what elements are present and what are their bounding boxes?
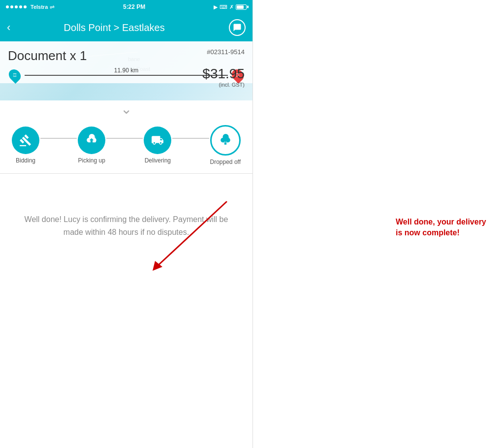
chevron-row: ⌄ bbox=[0, 102, 252, 116]
step-label-picking-up: Picking up bbox=[78, 157, 105, 164]
signal-dot-2 bbox=[10, 5, 13, 8]
step-circle-picking-up bbox=[78, 127, 105, 154]
connector-3 bbox=[172, 138, 209, 139]
completion-message: Well done! Lucy is confirming the delive… bbox=[0, 174, 252, 238]
step-picking-up: Picking up bbox=[78, 127, 105, 164]
price-amount: $31.95 bbox=[202, 66, 245, 82]
signal-dot-3 bbox=[15, 5, 18, 8]
steps-section: Bidding Picking up bbox=[0, 116, 252, 173]
battery-fill bbox=[237, 5, 244, 9]
box-upload-icon bbox=[85, 134, 98, 147]
box-download-icon bbox=[219, 134, 232, 147]
annotation-bubble: Well done, your delivery is now complete… bbox=[396, 217, 494, 239]
signal-dot-1 bbox=[6, 5, 9, 8]
main-content: Well done! Lucy is confirming the delive… bbox=[0, 174, 252, 238]
step-label-dropped-off: Dropped off bbox=[210, 159, 241, 165]
back-button[interactable]: ‹ bbox=[7, 21, 10, 34]
step-label-delivering: Delivering bbox=[145, 157, 171, 164]
chat-button[interactable] bbox=[229, 19, 246, 36]
carrier-label: Telstra bbox=[31, 4, 48, 10]
signal-dots bbox=[6, 5, 27, 8]
step-label-bidding: Bidding bbox=[16, 157, 35, 164]
map-area: bane Gold Coast Document x 1 #02311-9514… bbox=[0, 41, 252, 100]
status-left: Telstra ⇌ bbox=[6, 3, 55, 10]
battery-icon bbox=[236, 4, 247, 10]
price-gst: (incl. GST) bbox=[202, 82, 245, 88]
truck-icon bbox=[151, 134, 164, 147]
distance-line: 11.90 km bbox=[25, 75, 228, 76]
step-circle-dropped-off bbox=[210, 125, 241, 156]
pickup-pin bbox=[8, 67, 22, 83]
distance-label: 11.90 km bbox=[114, 67, 138, 74]
signal-dot-4 bbox=[19, 5, 22, 8]
price-area: $31.95 (incl. GST) bbox=[202, 66, 245, 88]
step-dropped-off: Dropped off bbox=[210, 125, 241, 165]
phone-frame: Telstra ⇌ 5:22 PM ▶ ⌨ ✗ ‹ Dolls Point > … bbox=[0, 0, 253, 448]
steps-row: Bidding Picking up bbox=[0, 125, 252, 165]
step-bidding: Bidding bbox=[12, 127, 39, 164]
chevron-down-icon: ⌄ bbox=[121, 102, 132, 116]
bluetooth-icon: ✗ bbox=[229, 4, 234, 10]
step-delivering: Delivering bbox=[144, 127, 171, 164]
annotation-text: Well done, your delivery is now complete… bbox=[396, 218, 486, 237]
signal-dot-5 bbox=[24, 5, 27, 8]
alarm-icon: ⌨ bbox=[220, 4, 227, 10]
status-right: ▶ ⌨ ✗ bbox=[214, 4, 247, 10]
wifi-icon: ⇌ bbox=[50, 3, 55, 10]
status-bar: Telstra ⇌ 5:22 PM ▶ ⌨ ✗ bbox=[0, 0, 252, 14]
connector-1 bbox=[40, 138, 77, 139]
order-number: #02311-9514 bbox=[207, 48, 245, 56]
time-display: 5:22 PM bbox=[123, 3, 145, 10]
nav-bar: ‹ Dolls Point > Eastlakes bbox=[0, 14, 252, 41]
nav-title: Dolls Point > Eastlakes bbox=[14, 22, 214, 33]
connector-2 bbox=[106, 138, 143, 139]
chat-icon bbox=[233, 23, 242, 32]
pin-blue-icon bbox=[6, 67, 23, 84]
location-icon: ▶ bbox=[214, 4, 218, 10]
step-circle-bidding bbox=[12, 127, 39, 154]
step-circle-delivering bbox=[144, 127, 171, 154]
gavel-icon bbox=[19, 134, 32, 147]
route-row: 11.90 km $31.95 (incl. GST) bbox=[8, 67, 245, 83]
doc-info: Document x 1 #02311-9514 11.90 km $31.95… bbox=[0, 41, 252, 83]
